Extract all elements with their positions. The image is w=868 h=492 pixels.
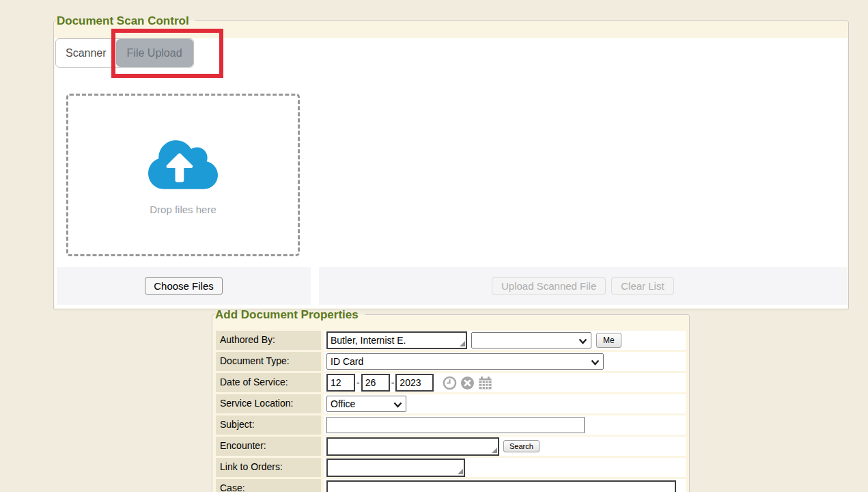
clear-list-button[interactable]: Clear List — [611, 277, 673, 295]
encounter-row: Encounter: Search — [216, 437, 686, 456]
choose-files-bar: Choose Files — [57, 267, 311, 305]
link-to-orders-row: Link to Orders: — [216, 458, 686, 477]
authored-by-label: Authored By: — [216, 331, 321, 350]
current-time-icon[interactable] — [443, 376, 457, 390]
document-properties-form: Authored By: Me Document Type: ID Card — [216, 331, 686, 492]
document-properties-title: Add Document Properties — [214, 308, 365, 322]
choose-files-button[interactable]: Choose Files — [145, 277, 223, 295]
case-label: Case: — [216, 479, 321, 492]
scan-control-title: Document Scan Control — [56, 14, 195, 28]
document-type-label: Document Type: — [216, 352, 321, 371]
date-month-input[interactable] — [326, 374, 355, 392]
clear-date-icon[interactable] — [460, 376, 475, 390]
authored-by-input[interactable] — [326, 331, 467, 349]
subject-row: Subject: — [216, 415, 686, 435]
document-type-select[interactable]: ID Card — [326, 353, 604, 370]
chevron-down-icon — [591, 359, 600, 366]
authored-by-row: Authored By: Me — [216, 331, 686, 350]
subject-input[interactable] — [326, 417, 585, 433]
chevron-down-icon — [393, 402, 402, 408]
subject-label: Subject: — [216, 415, 321, 435]
service-location-row: Service Location: Office — [216, 394, 686, 413]
encounter-search-button[interactable]: Search — [503, 440, 540, 452]
chevron-down-icon — [578, 338, 587, 344]
drop-files-label: Drop files here — [150, 204, 216, 215]
cloud-upload-icon — [148, 137, 218, 193]
date-separator: - — [356, 377, 360, 388]
upload-scanned-file-button[interactable]: Upload Scanned File — [492, 277, 606, 295]
date-year-input[interactable] — [395, 374, 434, 392]
document-type-row: Document Type: ID Card — [216, 352, 686, 371]
service-location-select[interactable]: Office — [326, 396, 406, 412]
link-to-orders-input[interactable] — [326, 459, 465, 477]
case-textarea[interactable] — [326, 480, 676, 492]
date-day-input[interactable] — [361, 374, 390, 392]
authored-by-select[interactable] — [471, 332, 591, 348]
date-of-service-label: Date of Service: — [216, 373, 321, 392]
encounter-label: Encounter: — [216, 437, 321, 456]
service-location-label: Service Location: — [216, 394, 321, 413]
date-of-service-row: Date of Service: - - — [216, 373, 686, 392]
date-separator: - — [391, 377, 395, 388]
upload-actions-bar: Upload Scanned File Clear List — [319, 267, 847, 305]
annotation-highlight-box — [111, 29, 223, 78]
document-scan-page: Document Scan Control Scanner File Uploa… — [0, 0, 868, 492]
file-drop-zone[interactable]: Drop files here — [66, 94, 300, 256]
calendar-icon[interactable] — [478, 376, 492, 390]
tab-scanner[interactable]: Scanner — [56, 39, 116, 67]
case-row: Case: — [216, 479, 686, 492]
link-to-orders-label: Link to Orders: — [216, 458, 321, 477]
me-button[interactable]: Me — [596, 333, 621, 348]
encounter-input[interactable] — [326, 437, 499, 456]
